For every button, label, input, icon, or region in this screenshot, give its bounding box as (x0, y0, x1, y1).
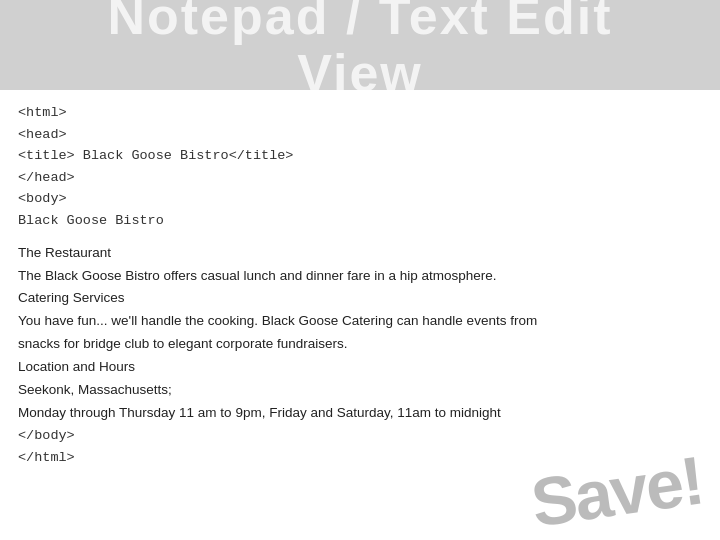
line-catering-desc2: snacks for bridge club to elegant corpor… (18, 333, 702, 356)
code-line-bistro: Black Goose Bistro (18, 210, 702, 232)
line-catering-desc1: You have fun... we'll handle the cooking… (18, 310, 702, 333)
code-line-html: <html> (18, 102, 702, 124)
line-restaurant-heading: The Restaurant (18, 242, 702, 265)
line-endbody: </body> (18, 425, 702, 447)
line-location-heading: Location and Hours (18, 356, 702, 379)
code-line-title: <title> Black Goose Bistro</title> (18, 145, 702, 167)
line-restaurant-desc: The Black Goose Bistro offers casual lun… (18, 265, 702, 288)
line-catering-heading: Catering Services (18, 287, 702, 310)
line-seekonk: Seekonk, Massachusetts; (18, 379, 702, 402)
code-line-head: <head> (18, 124, 702, 146)
line-hours: Monday through Thursday 11 am to 9pm, Fr… (18, 402, 702, 425)
app-title: Notepad / Text Edit View (107, 0, 612, 102)
code-line-body: <body> (18, 188, 702, 210)
code-line-endhead: </head> (18, 167, 702, 189)
header-bar: Notepad / Text Edit View (0, 0, 720, 90)
